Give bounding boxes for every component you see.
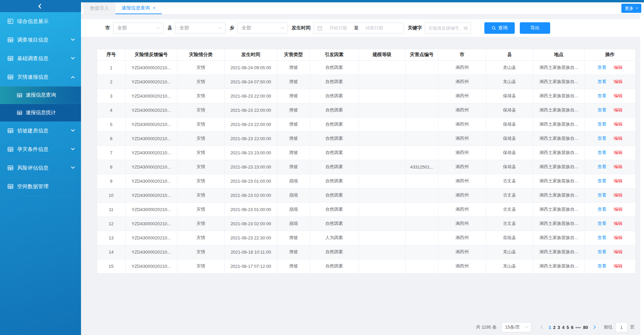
chevron-down-icon [219, 25, 222, 29]
keyword-input[interactable] [425, 22, 471, 34]
cell-occur-time: 2021-08-23 23:00:00 [224, 146, 277, 160]
cell-actions: 查看编辑 [585, 146, 635, 160]
edit-link[interactable]: 编辑 [614, 178, 622, 183]
top-blue-strip [81, 0, 644, 2]
sidebar-item-report-statistics[interactable]: 速报信息统计 [0, 104, 81, 122]
cell-actions: 查看编辑 [585, 75, 635, 89]
town-select[interactable]: 全部 [237, 22, 288, 34]
sidebar-item-label: 风险评估信息 [17, 165, 72, 171]
edit-link[interactable]: 编辑 [614, 207, 622, 212]
scrollbar-track[interactable] [640, 15, 644, 335]
view-link[interactable]: 查看 [597, 65, 606, 70]
view-link[interactable]: 查看 [597, 221, 606, 226]
sidebar-item-comprehensive-info[interactable]: 综合信息展示 [0, 12, 81, 31]
start-date-placeholder[interactable]: 开始日期 [324, 25, 353, 31]
cell-location: 湘西土家族苗族自... [533, 188, 585, 202]
view-link[interactable]: 查看 [597, 207, 606, 212]
page-number-5[interactable]: 5 [566, 325, 569, 330]
sidebar-item-disaster-report-info[interactable]: 灾情速报信息 [0, 68, 81, 86]
view-link[interactable]: 查看 [597, 107, 606, 112]
edit-link[interactable]: 编辑 [614, 107, 622, 112]
cell-trigger-factor: 自然因素 [310, 160, 358, 174]
sidebar-collapse-button[interactable] [0, 0, 81, 12]
end-date-placeholder[interactable]: 结束日期 [360, 25, 389, 31]
main-content: 数据导入 速报信息查询 × 更多 市 全部 县 全部 乡 全部 发生时间 [81, 0, 644, 335]
view-link[interactable]: 查看 [597, 122, 606, 127]
city-select[interactable]: 全部 [113, 22, 164, 34]
cell-trigger-factor: 自然因素 [310, 75, 358, 89]
cell-occur-time: 2021-08-17 07:12:00 [224, 259, 277, 273]
sidebar-item-basic-survey-info[interactable]: 基础调查信息 [0, 49, 81, 68]
edit-link[interactable]: 编辑 [614, 79, 622, 84]
edit-link[interactable]: 编辑 [614, 93, 622, 98]
cell-disaster-type: 滑坡 [277, 60, 310, 75]
table-icon [7, 74, 14, 80]
view-link[interactable]: 查看 [597, 93, 606, 98]
edit-link[interactable]: 编辑 [614, 136, 622, 141]
view-link[interactable]: 查看 [597, 249, 606, 254]
sidebar-item-risk-assessment-info[interactable]: 风险评估信息 [0, 159, 81, 177]
sidebar-item-survey-project-info[interactable]: 调查项目信息 [0, 31, 81, 49]
view-link[interactable]: 查看 [597, 164, 606, 169]
sidebar-item-report-query[interactable]: 速报信息查询 [0, 86, 81, 104]
goto-page-input[interactable] [615, 322, 627, 332]
page-size-select[interactable]: 15条/页 [501, 322, 531, 332]
view-link[interactable]: 查看 [597, 79, 606, 84]
date-range-picker[interactable]: 开始日期 至 结束日期 [314, 22, 404, 34]
cell-county: 保靖县 [486, 146, 533, 160]
edit-link[interactable]: 编辑 [614, 249, 622, 254]
edit-link[interactable]: 编辑 [614, 263, 622, 268]
page-number-1[interactable]: 1 [548, 325, 551, 330]
results-table: 序号 灾险情反馈编号 灾险情分类 发生时间 灾害类型 引发因素 规模等级 灾害点… [97, 49, 636, 274]
page-ellipsis[interactable]: ••• [575, 325, 581, 330]
county-select[interactable]: 全部 [175, 22, 226, 34]
search-button[interactable]: 查询 [484, 22, 515, 34]
cell-city: 湘西州 [438, 188, 486, 202]
cell-point-code [405, 146, 438, 160]
cell-location: 湘西土家族苗族自... [533, 231, 585, 245]
prev-page-button[interactable] [537, 326, 547, 329]
more-button[interactable]: 更多 [621, 4, 641, 13]
cell-seq: 7 [97, 146, 125, 160]
view-link[interactable]: 查看 [597, 235, 606, 240]
page-number-2[interactable]: 2 [553, 325, 556, 330]
cell-scale-level [358, 75, 405, 89]
edit-link[interactable]: 编辑 [614, 235, 622, 240]
view-link[interactable]: 查看 [597, 150, 606, 155]
cell-actions: 查看编辑 [585, 216, 635, 231]
cell-feedback-code: YZD43000020210... [125, 103, 177, 117]
edit-link[interactable]: 编辑 [614, 221, 622, 226]
close-icon[interactable]: × [153, 5, 156, 10]
view-link[interactable]: 查看 [597, 192, 606, 198]
tab-data-import[interactable]: 数据导入 [84, 2, 115, 14]
edit-link[interactable]: 编辑 [614, 164, 622, 169]
chevron-down-icon [525, 325, 528, 328]
page-number-6[interactable]: 6 [571, 325, 573, 330]
column-header-seq: 序号 [97, 49, 125, 60]
edit-link[interactable]: 编辑 [614, 150, 622, 155]
cell-point-code [405, 216, 438, 231]
cell-city: 湘西州 [438, 231, 486, 245]
view-link[interactable]: 查看 [597, 178, 606, 183]
date-range-to-label: 至 [353, 25, 360, 31]
page-number-80[interactable]: 80 [583, 325, 588, 330]
view-link[interactable]: 查看 [597, 136, 606, 141]
page-number-3[interactable]: 3 [558, 325, 560, 330]
cell-feedback-code: YZD43000020210... [125, 188, 177, 202]
export-button[interactable]: 导出 [520, 22, 550, 34]
next-page-button[interactable] [589, 326, 599, 329]
table-row: 1 YZD43000020210... 灾情 2021-08-24 09:05:… [97, 60, 635, 75]
sidebar-item-slope-housing-info[interactable]: 切坡建房信息 [0, 122, 81, 140]
page-number-4[interactable]: 4 [562, 325, 564, 330]
cell-location: 湘西土家族苗族自... [533, 117, 585, 131]
goto-page: 前往 页 [604, 322, 635, 332]
view-link[interactable]: 查看 [597, 263, 606, 268]
sidebar-item-hazard-condition-info[interactable]: 孕灾条件信息 [0, 140, 81, 159]
cell-county: 古丈县 [486, 174, 533, 188]
tab-report-query[interactable]: 速报信息查询 × [115, 2, 162, 14]
edit-link[interactable]: 编辑 [614, 192, 622, 198]
town-select-value: 全部 [242, 25, 281, 31]
edit-link[interactable]: 编辑 [614, 65, 622, 70]
sidebar-item-spatial-data-management[interactable]: 空间数据管理 [0, 177, 81, 196]
edit-link[interactable]: 编辑 [614, 122, 622, 127]
